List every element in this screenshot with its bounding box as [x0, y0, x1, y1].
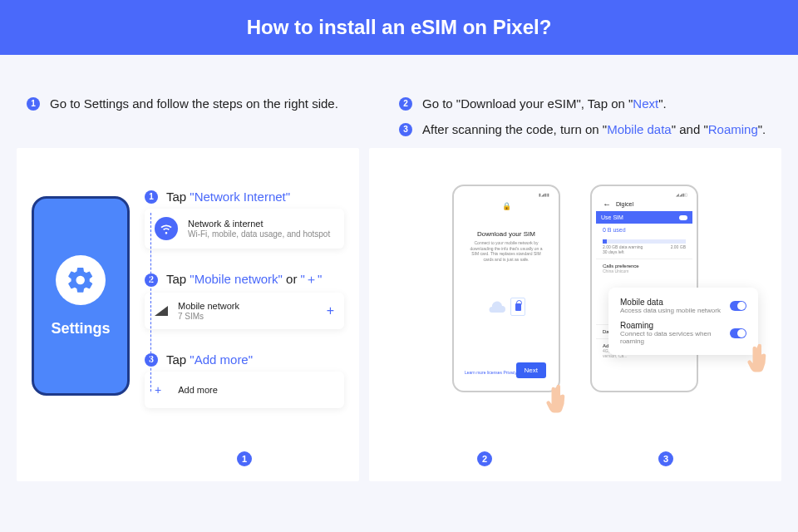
add-more-row[interactable]: + Add more — [145, 372, 344, 408]
panel-phone-screens: ▮◢▮▮ 🔒 Download your SIM Connect to your… — [369, 148, 781, 481]
cloud-qr-illustration — [458, 298, 554, 316]
data-usage-bar — [603, 239, 686, 244]
page-title: How to install an eSIM on Pixel? — [247, 16, 552, 39]
row-title: Network & internet — [188, 219, 330, 229]
mobile-data-toggle[interactable] — [730, 301, 746, 311]
row-subtitle: 7 SIMs — [178, 312, 239, 321]
next-button[interactable]: Next — [516, 362, 546, 378]
step-number-badge: 3 — [399, 123, 412, 136]
signal-icon — [155, 306, 168, 316]
status-bar: ▮◢▮▮ — [458, 190, 554, 197]
phone-download-sim: ▮◢▮▮ 🔒 Download your SIM Connect to your… — [452, 185, 560, 392]
roaming-toggle-row: RoamingConnect to data services when roa… — [620, 318, 746, 348]
download-title: Download your SIM — [458, 230, 554, 238]
plus-icon: + — [155, 383, 161, 397]
row-title: Add more — [178, 385, 218, 395]
instruction-3: 3 After scanning the code, turn on "Mobi… — [399, 122, 781, 136]
step-number-badge: 2 — [145, 273, 158, 287]
tap-hand-icon — [746, 343, 771, 373]
step-number-badge: 2 — [399, 97, 412, 111]
plus-icon[interactable]: + — [327, 303, 334, 318]
step-3: 3 Tap "Add more" + Add more — [145, 352, 344, 408]
toggles-callout: Mobile dataAccess data using mobile netw… — [608, 288, 758, 355]
settings-gear-icon — [56, 255, 106, 305]
panel-badge: 1 — [237, 451, 252, 466]
step-number-badge: 1 — [27, 97, 40, 111]
lock-icon: 🔒 — [458, 202, 554, 210]
instruction-text: Go to "Download your eSIM", Tap on "Next… — [422, 96, 667, 111]
instruction-text: Go to Settings and follow the steps on t… — [50, 96, 338, 111]
mobile-network-row[interactable]: Mobile network 7 SIMs + — [145, 293, 344, 329]
used-data: 0 B used — [596, 224, 692, 236]
calls-preference[interactable]: Calls preferenceChina Unicom — [596, 259, 692, 278]
roaming-toggle[interactable] — [730, 328, 746, 338]
instruction-text: After scanning the code, turn on "Mobile… — [422, 122, 766, 136]
network-internet-row[interactable]: Network & internet Wi-Fi, mobile, data u… — [145, 209, 344, 249]
step-number-badge: 1 — [145, 190, 158, 204]
vertical-connector — [150, 213, 151, 392]
panel-settings-steps: Settings 1 Tap "Network Internet" Networ… — [17, 148, 359, 481]
page-header: How to install an eSIM on Pixel? — [0, 0, 798, 55]
mobile-data-toggle-row: Mobile dataAccess data using mobile netw… — [620, 294, 746, 318]
instruction-1: 1 Go to Settings and follow the steps on… — [27, 96, 338, 111]
use-sim-toggle[interactable]: Use SIM — [596, 211, 692, 224]
status-bar: ◢◢▮▯ — [596, 190, 692, 197]
row-subtitle: Wi-Fi, mobile, data usage, and hotspot — [188, 229, 330, 239]
tap-hand-icon — [545, 384, 570, 414]
panel-badge: 3 — [658, 451, 673, 466]
step-1: 1 Tap "Network Internet" Network & inter… — [145, 190, 344, 249]
instruction-2: 2 Go to "Download your eSIM", Tap on "Ne… — [399, 96, 781, 111]
panel-badge: 2 — [477, 451, 492, 466]
carrier-row: ←Digicel — [596, 197, 692, 211]
wifi-icon — [155, 217, 178, 240]
steps-column: 1 Tap "Network Internet" Network & inter… — [145, 190, 344, 466]
phone-settings: Settings — [32, 196, 130, 396]
download-desc: Connect to your mobile network by downlo… — [458, 238, 554, 264]
panels-container: Settings 1 Tap "Network Internet" Networ… — [0, 148, 798, 481]
row-title: Mobile network — [178, 301, 239, 311]
phone-label: Settings — [51, 320, 110, 337]
step-2: 2 Tap "Mobile network" or "＋" Mobile net… — [145, 272, 344, 329]
step-number-badge: 3 — [145, 353, 158, 367]
instructions-row: 1 Go to Settings and follow the steps on… — [0, 55, 798, 148]
